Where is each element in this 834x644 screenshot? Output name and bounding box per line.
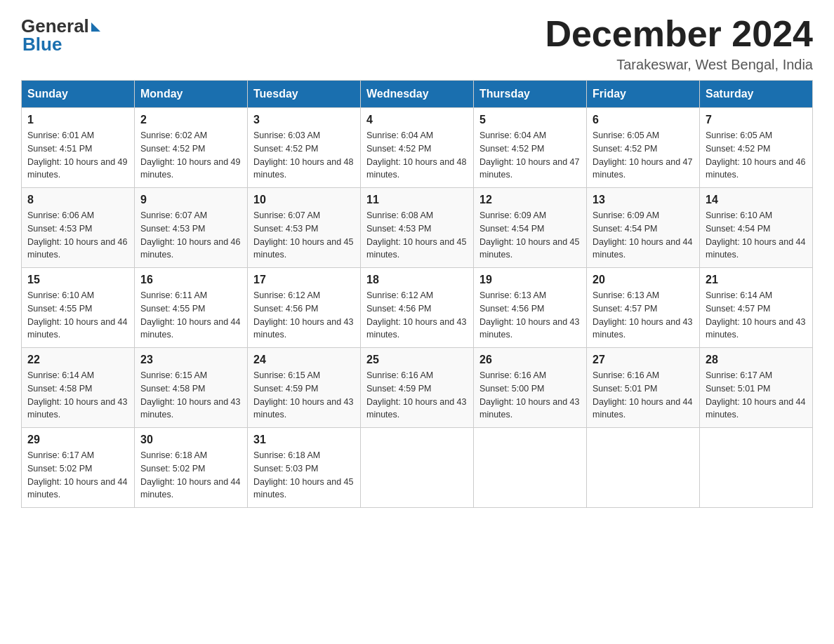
day-number: 12 [479, 194, 581, 206]
day-number: 17 [253, 274, 355, 286]
calendar-week-4: 22Sunrise: 6:14 AMSunset: 4:58 PMDayligh… [22, 348, 813, 428]
day-info: Sunrise: 6:01 AMSunset: 4:51 PMDaylight:… [27, 129, 128, 182]
day-number: 5 [479, 114, 581, 126]
calendar-cell: 17Sunrise: 6:12 AMSunset: 4:56 PMDayligh… [248, 268, 361, 348]
calendar-week-1: 1Sunrise: 6:01 AMSunset: 4:51 PMDaylight… [22, 108, 813, 188]
calendar-cell [361, 428, 474, 508]
day-number: 29 [27, 434, 128, 446]
calendar-cell: 10Sunrise: 6:07 AMSunset: 4:53 PMDayligh… [248, 188, 361, 268]
day-number: 1 [27, 114, 128, 126]
day-info: Sunrise: 6:10 AMSunset: 4:54 PMDaylight:… [706, 209, 807, 262]
day-info: Sunrise: 6:08 AMSunset: 4:53 PMDaylight:… [366, 209, 468, 262]
day-number: 20 [593, 274, 694, 286]
day-number: 27 [593, 354, 694, 366]
calendar-cell: 20Sunrise: 6:13 AMSunset: 4:57 PMDayligh… [587, 268, 700, 348]
calendar-cell: 21Sunrise: 6:14 AMSunset: 4:57 PMDayligh… [700, 268, 813, 348]
day-number: 25 [366, 354, 468, 366]
calendar-cell: 27Sunrise: 6:16 AMSunset: 5:01 PMDayligh… [587, 348, 700, 428]
day-info: Sunrise: 6:18 AMSunset: 5:03 PMDaylight:… [253, 449, 355, 502]
day-number: 30 [140, 434, 241, 446]
calendar-cell: 12Sunrise: 6:09 AMSunset: 4:54 PMDayligh… [474, 188, 587, 268]
calendar-week-2: 8Sunrise: 6:06 AMSunset: 4:53 PMDaylight… [22, 188, 813, 268]
calendar-cell: 3Sunrise: 6:03 AMSunset: 4:52 PMDaylight… [248, 108, 361, 188]
day-number: 28 [706, 354, 807, 366]
calendar-cell: 22Sunrise: 6:14 AMSunset: 4:58 PMDayligh… [22, 348, 135, 428]
day-info: Sunrise: 6:05 AMSunset: 4:52 PMDaylight:… [706, 129, 807, 182]
day-number: 21 [706, 274, 807, 286]
day-info: Sunrise: 6:15 AMSunset: 4:59 PMDaylight:… [253, 369, 355, 422]
day-number: 16 [140, 274, 241, 286]
calendar-header-sunday: Sunday [22, 81, 135, 108]
day-number: 3 [253, 114, 355, 126]
day-number: 19 [479, 274, 581, 286]
calendar-cell: 9Sunrise: 6:07 AMSunset: 4:53 PMDaylight… [135, 188, 248, 268]
month-title: December 2024 [545, 14, 813, 54]
day-info: Sunrise: 6:16 AMSunset: 5:00 PMDaylight:… [479, 369, 581, 422]
calendar-header-thursday: Thursday [474, 81, 587, 108]
calendar-cell: 31Sunrise: 6:18 AMSunset: 5:03 PMDayligh… [248, 428, 361, 508]
day-info: Sunrise: 6:04 AMSunset: 4:52 PMDaylight:… [366, 129, 468, 182]
day-info: Sunrise: 6:07 AMSunset: 4:53 PMDaylight:… [253, 209, 355, 262]
day-number: 23 [140, 354, 241, 366]
day-info: Sunrise: 6:13 AMSunset: 4:56 PMDaylight:… [479, 289, 581, 342]
day-number: 11 [366, 194, 468, 206]
calendar-week-3: 15Sunrise: 6:10 AMSunset: 4:55 PMDayligh… [22, 268, 813, 348]
calendar-cell: 28Sunrise: 6:17 AMSunset: 5:01 PMDayligh… [700, 348, 813, 428]
day-info: Sunrise: 6:14 AMSunset: 4:58 PMDaylight:… [27, 369, 128, 422]
day-info: Sunrise: 6:16 AMSunset: 5:01 PMDaylight:… [593, 369, 694, 422]
day-number: 13 [593, 194, 694, 206]
calendar-cell: 13Sunrise: 6:09 AMSunset: 4:54 PMDayligh… [587, 188, 700, 268]
day-number: 2 [140, 114, 241, 126]
calendar-cell: 25Sunrise: 6:16 AMSunset: 4:59 PMDayligh… [361, 348, 474, 428]
day-number: 24 [253, 354, 355, 366]
calendar-cell: 24Sunrise: 6:15 AMSunset: 4:59 PMDayligh… [248, 348, 361, 428]
calendar-cell: 16Sunrise: 6:11 AMSunset: 4:55 PMDayligh… [135, 268, 248, 348]
calendar-cell: 19Sunrise: 6:13 AMSunset: 4:56 PMDayligh… [474, 268, 587, 348]
calendar-cell: 8Sunrise: 6:06 AMSunset: 4:53 PMDaylight… [22, 188, 135, 268]
day-number: 10 [253, 194, 355, 206]
calendar-cell: 26Sunrise: 6:16 AMSunset: 5:00 PMDayligh… [474, 348, 587, 428]
calendar-header-saturday: Saturday [700, 81, 813, 108]
day-number: 15 [27, 274, 128, 286]
calendar-header-friday: Friday [587, 81, 700, 108]
day-info: Sunrise: 6:09 AMSunset: 4:54 PMDaylight:… [593, 209, 694, 262]
calendar-cell: 4Sunrise: 6:04 AMSunset: 4:52 PMDaylight… [361, 108, 474, 188]
day-info: Sunrise: 6:09 AMSunset: 4:54 PMDaylight:… [479, 209, 581, 262]
logo: General Blue [21, 14, 100, 53]
day-info: Sunrise: 6:12 AMSunset: 4:56 PMDaylight:… [366, 289, 468, 342]
day-info: Sunrise: 6:02 AMSunset: 4:52 PMDaylight:… [140, 129, 241, 182]
day-number: 7 [706, 114, 807, 126]
calendar-cell: 18Sunrise: 6:12 AMSunset: 4:56 PMDayligh… [361, 268, 474, 348]
calendar-cell: 11Sunrise: 6:08 AMSunset: 4:53 PMDayligh… [361, 188, 474, 268]
calendar-cell: 6Sunrise: 6:05 AMSunset: 4:52 PMDaylight… [587, 108, 700, 188]
day-info: Sunrise: 6:10 AMSunset: 4:55 PMDaylight:… [27, 289, 128, 342]
day-info: Sunrise: 6:03 AMSunset: 4:52 PMDaylight:… [253, 129, 355, 182]
page-header: General Blue December 2024 Tarakeswar, W… [21, 14, 813, 73]
day-info: Sunrise: 6:13 AMSunset: 4:57 PMDaylight:… [593, 289, 694, 342]
calendar-cell: 23Sunrise: 6:15 AMSunset: 4:58 PMDayligh… [135, 348, 248, 428]
day-number: 8 [27, 194, 128, 206]
calendar-cell: 5Sunrise: 6:04 AMSunset: 4:52 PMDaylight… [474, 108, 587, 188]
day-info: Sunrise: 6:16 AMSunset: 4:59 PMDaylight:… [366, 369, 468, 422]
day-number: 26 [479, 354, 581, 366]
calendar-cell: 2Sunrise: 6:02 AMSunset: 4:52 PMDaylight… [135, 108, 248, 188]
day-info: Sunrise: 6:05 AMSunset: 4:52 PMDaylight:… [593, 129, 694, 182]
day-number: 6 [593, 114, 694, 126]
day-info: Sunrise: 6:17 AMSunset: 5:02 PMDaylight:… [27, 449, 128, 502]
calendar-cell: 1Sunrise: 6:01 AMSunset: 4:51 PMDaylight… [22, 108, 135, 188]
day-info: Sunrise: 6:11 AMSunset: 4:55 PMDaylight:… [140, 289, 241, 342]
logo-general-text: General [21, 17, 89, 35]
day-number: 22 [27, 354, 128, 366]
day-info: Sunrise: 6:14 AMSunset: 4:57 PMDaylight:… [706, 289, 807, 342]
logo-blue-text: Blue [22, 35, 100, 53]
calendar-cell: 30Sunrise: 6:18 AMSunset: 5:02 PMDayligh… [135, 428, 248, 508]
day-number: 9 [140, 194, 241, 206]
day-info: Sunrise: 6:04 AMSunset: 4:52 PMDaylight:… [479, 129, 581, 182]
day-number: 4 [366, 114, 468, 126]
calendar-cell [587, 428, 700, 508]
calendar-week-5: 29Sunrise: 6:17 AMSunset: 5:02 PMDayligh… [22, 428, 813, 508]
logo-chevron-icon [91, 22, 100, 32]
day-number: 14 [706, 194, 807, 206]
calendar-header-row: SundayMondayTuesdayWednesdayThursdayFrid… [22, 81, 813, 108]
day-info: Sunrise: 6:12 AMSunset: 4:56 PMDaylight:… [253, 289, 355, 342]
